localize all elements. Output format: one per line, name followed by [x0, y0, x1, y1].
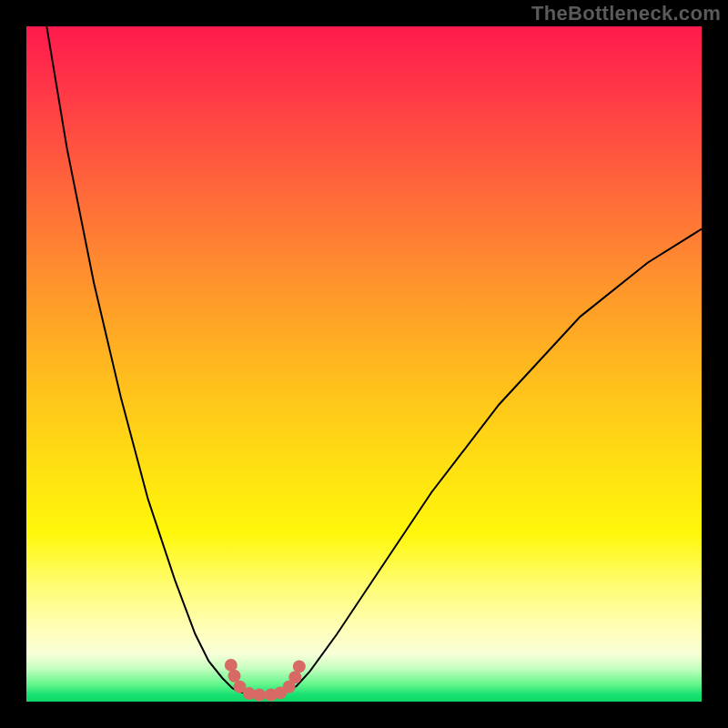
marker-group — [225, 659, 306, 702]
curve-marker — [253, 689, 266, 702]
chart-frame: TheBottleneck.com — [0, 0, 728, 728]
plot-area — [26, 26, 702, 702]
curve-marker — [225, 659, 238, 672]
bottleneck-curve — [46, 26, 702, 695]
watermark-text: TheBottleneck.com — [531, 2, 721, 25]
bottleneck-path — [46, 26, 702, 695]
curve-marker — [288, 671, 301, 683]
curve-marker — [228, 670, 241, 682]
curve-layer — [26, 26, 702, 702]
curve-marker — [293, 660, 306, 672]
